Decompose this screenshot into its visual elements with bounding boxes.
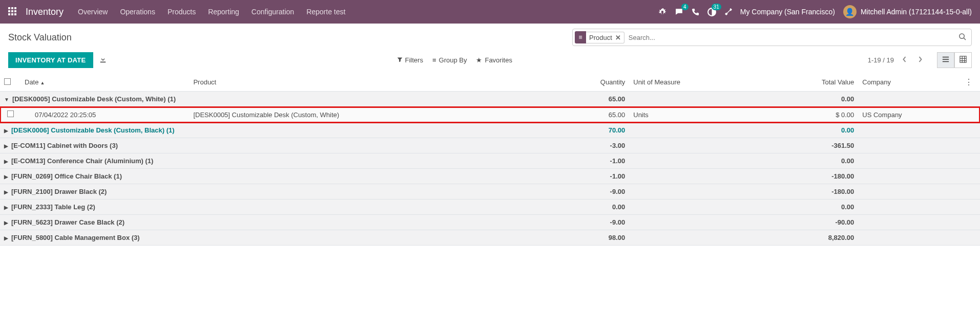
- caret-right-icon: ▶: [4, 189, 8, 195]
- pager-prev-icon[interactable]: [899, 54, 910, 67]
- facet-label: Product: [589, 34, 612, 41]
- filters-button[interactable]: Filters: [397, 56, 423, 64]
- pivot-view-button[interactable]: [954, 52, 972, 68]
- group-qty: 65.00: [563, 92, 629, 107]
- svg-point-0: [960, 33, 964, 38]
- messaging-icon[interactable]: 4: [675, 8, 683, 16]
- group-row[interactable]: ▶[E-COM13] Conference Chair (Aluminium) …: [0, 153, 980, 169]
- group-row[interactable]: ▶[FURN_5623] Drawer Case Black (2) -9.00…: [0, 215, 980, 230]
- pager: 1-19 / 19: [868, 52, 972, 68]
- group-label: [E-COM11] Cabinet with Doors (3): [11, 142, 118, 149]
- column-company[interactable]: Company: [858, 73, 961, 92]
- page-title: Stock Valuation: [8, 32, 72, 43]
- group-row[interactable]: ▶[E-COM11] Cabinet with Doors (3) -3.00 …: [0, 138, 980, 153]
- group-qty: -3.00: [563, 138, 629, 153]
- svg-rect-5: [960, 56, 966, 62]
- company-selector[interactable]: My Company (San Francisco): [740, 8, 835, 16]
- inventory-at-date-button[interactable]: INVENTORY AT DATE: [8, 52, 93, 68]
- group-row[interactable]: ▶[FURN_0269] Office Chair Black (1) -1.0…: [0, 169, 980, 184]
- group-value: -361.50: [786, 138, 858, 153]
- group-label: [FURN_5800] Cable Management Box (3): [11, 234, 140, 241]
- group-value: 0.00: [786, 200, 858, 215]
- app-brand[interactable]: Inventory: [26, 7, 64, 17]
- nav-item-operations[interactable]: Operations: [120, 8, 155, 16]
- search-input[interactable]: [624, 29, 956, 46]
- stock-valuation-table: Date▲ Product Quantity Unit of Measure T…: [0, 73, 980, 246]
- group-row[interactable]: ▶[DESK0006] Customizable Desk (Custom, B…: [0, 123, 980, 138]
- caret-right-icon: ▶: [4, 205, 8, 210]
- svg-rect-3: [943, 59, 949, 60]
- groupby-label: Group By: [439, 56, 467, 64]
- caret-right-icon: ▶: [4, 143, 8, 149]
- cell-date: 07/04/2022 20:25:05: [20, 107, 189, 123]
- group-row[interactable]: ▶[FURN_5800] Cable Management Box (3) 98…: [0, 230, 980, 246]
- nav-menu: Overview Operations Products Reporting C…: [78, 8, 345, 16]
- group-label: [FURN_0269] Office Chair Black (1): [11, 172, 122, 180]
- group-row[interactable]: ▶[FURN_2100] Drawer Black (2) -9.00 -180…: [0, 184, 980, 200]
- activities-icon[interactable]: 31: [707, 8, 716, 16]
- search-bar[interactable]: ≡ Product ✕: [572, 29, 972, 46]
- filters-label: Filters: [405, 56, 423, 64]
- svg-rect-2: [943, 57, 949, 58]
- group-qty: 70.00: [563, 123, 629, 138]
- favorites-button[interactable]: ★ Favorites: [476, 56, 512, 64]
- group-value: -90.00: [786, 215, 858, 230]
- nav-item-reporting[interactable]: Reporting: [208, 8, 239, 16]
- column-quantity[interactable]: Quantity: [563, 73, 629, 92]
- svg-rect-4: [943, 61, 949, 62]
- group-value: 0.00: [786, 92, 858, 107]
- group-value: -180.00: [786, 184, 858, 200]
- pager-text[interactable]: 1-19 / 19: [868, 56, 894, 64]
- nav-item-configuration[interactable]: Configuration: [252, 8, 294, 16]
- caret-right-icon: ▶: [4, 174, 8, 180]
- groupby-facet-icon: ≡: [575, 31, 586, 43]
- group-qty: -1.00: [563, 153, 629, 169]
- column-total-value[interactable]: Total Value: [786, 73, 858, 92]
- groupby-button[interactable]: ≡ Group By: [432, 56, 467, 64]
- nav-item-overview[interactable]: Overview: [78, 8, 108, 16]
- control-panel: Stock Valuation ≡ Product ✕ INVENTORY AT…: [0, 24, 980, 68]
- phone-icon[interactable]: [692, 8, 699, 16]
- group-label: [FURN_2333] Table Leg (2): [11, 203, 95, 211]
- column-uom[interactable]: Unit of Measure: [629, 73, 786, 92]
- navbar-right: 4 31 My Company (San Francisco) 👤 Mitche…: [658, 5, 972, 18]
- search-icon[interactable]: [956, 33, 968, 42]
- table-header-row: Date▲ Product Quantity Unit of Measure T…: [0, 73, 980, 92]
- select-all-checkbox[interactable]: [4, 78, 11, 85]
- list-view-container: Date▲ Product Quantity Unit of Measure T…: [0, 73, 980, 246]
- group-qty: 98.00: [563, 230, 629, 246]
- row-checkbox[interactable]: [7, 110, 14, 117]
- group-label: [FURN_2100] Drawer Black (2): [11, 188, 107, 195]
- main-navbar: Inventory Overview Operations Products R…: [0, 0, 980, 24]
- cell-value: $ 0.00: [786, 107, 858, 123]
- funnel-icon: [397, 56, 403, 64]
- caret-right-icon: ▶: [4, 235, 8, 241]
- column-options-icon[interactable]: ⋮: [965, 78, 973, 86]
- list-icon: ≡: [432, 56, 436, 64]
- caret-down-icon: ▼: [4, 97, 9, 102]
- group-value: 0.00: [786, 153, 858, 169]
- tools-icon[interactable]: [724, 8, 732, 16]
- apps-icon[interactable]: [8, 7, 17, 16]
- debug-icon[interactable]: [658, 8, 666, 16]
- column-date-label: Date: [25, 78, 38, 86]
- facet-remove-icon[interactable]: ✕: [615, 34, 621, 41]
- cell-uom: Units: [629, 107, 786, 123]
- list-view-button[interactable]: [937, 52, 954, 68]
- caret-right-icon: ▶: [4, 128, 8, 134]
- avatar: 👤: [843, 5, 857, 18]
- nav-item-reporte-test[interactable]: Reporte test: [306, 8, 345, 16]
- svg-line-1: [964, 38, 966, 40]
- user-name-label: Mitchell Admin (17121144-15-0-all): [861, 8, 972, 16]
- nav-item-products[interactable]: Products: [168, 8, 196, 16]
- download-icon[interactable]: [99, 56, 107, 64]
- pager-next-icon[interactable]: [915, 54, 926, 67]
- favorites-label: Favorites: [485, 56, 512, 64]
- group-value: -180.00: [786, 169, 858, 184]
- group-row[interactable]: ▶[FURN_2333] Table Leg (2) 0.00 0.00: [0, 200, 980, 215]
- column-product[interactable]: Product: [189, 73, 562, 92]
- group-row[interactable]: ▼[DESK0005] Customizable Desk (Custom, W…: [0, 92, 980, 107]
- user-menu[interactable]: 👤 Mitchell Admin (17121144-15-0-all): [843, 5, 972, 18]
- table-row[interactable]: 07/04/2022 20:25:05 [DESK0005] Customiza…: [0, 107, 980, 123]
- column-date[interactable]: Date▲: [20, 73, 189, 92]
